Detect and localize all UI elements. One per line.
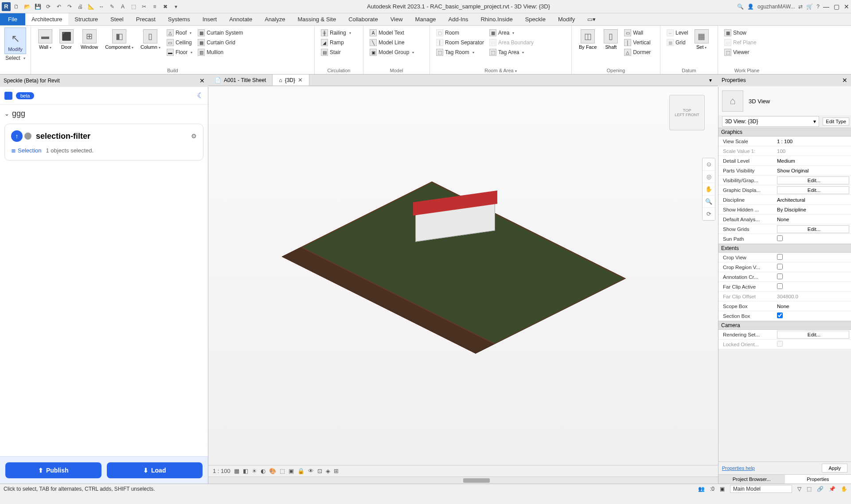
load-button[interactable]: ⬇ Load — [107, 462, 203, 478]
qat-sync-icon[interactable]: ⟳ — [44, 3, 52, 11]
file-tab[interactable]: File — [0, 13, 25, 25]
vcb-temp-hide-icon[interactable]: 👁 — [308, 468, 314, 474]
component-button[interactable]: ◧Component — [102, 27, 136, 57]
qat-tag-icon[interactable]: ✎ — [108, 3, 116, 11]
minimize-icon[interactable]: — — [823, 3, 829, 10]
curtain-grid-button[interactable]: ▦Curtain Grid — [196, 38, 245, 47]
crop-region-checkbox[interactable] — [775, 264, 851, 270]
stair-button[interactable]: ▤Stair — [319, 48, 359, 57]
search-icon[interactable]: 🔍 — [737, 4, 744, 10]
show-grids-edit-button[interactable]: Edit... — [777, 225, 849, 233]
signin-icon[interactable]: 👤 — [747, 4, 754, 10]
close-icon[interactable]: ✕ — [844, 3, 849, 10]
vcb-constraint-icon[interactable]: ⊞ — [334, 468, 339, 474]
nav-home-icon[interactable]: ⊙ — [703, 158, 715, 171]
curtain-system-button[interactable]: ▦Curtain System — [196, 28, 245, 37]
view-instance-combo[interactable]: 3D View: {3D}▾ — [722, 116, 819, 127]
qat-measure-icon[interactable]: 📐 — [87, 3, 95, 11]
status-model-icon[interactable]: ▣ — [720, 486, 725, 492]
crop-view-checkbox[interactable] — [775, 254, 851, 261]
wall-button[interactable]: ▬Wall — [35, 27, 55, 57]
mullion-button[interactable]: ▥Mullion — [196, 48, 245, 57]
project-browser-tab[interactable]: Project Browser... — [718, 474, 785, 484]
nav-pan-icon[interactable]: ✋ — [703, 183, 715, 195]
model-text-button[interactable]: AModel Text — [368, 28, 425, 37]
ceiling-button[interactable]: ▭Ceiling — [165, 38, 194, 47]
qat-close-icon[interactable]: ✖ — [161, 3, 169, 11]
column-button[interactable]: ▯Column — [138, 27, 163, 57]
tab-manage[interactable]: Manage — [409, 13, 442, 25]
horizontal-scrollbar[interactable] — [208, 477, 718, 484]
status-drag-icon[interactable]: ✋ — [841, 486, 847, 492]
doctab-close-icon[interactable]: ✕ — [298, 77, 303, 83]
window-button[interactable]: ⊞Window — [78, 27, 101, 57]
speckle-close-icon[interactable]: ✕ — [199, 77, 205, 84]
modify-button[interactable]: ↖ Modify — [4, 27, 26, 54]
show-button[interactable]: ▦Show — [722, 28, 771, 37]
graphic-display-edit-button[interactable]: Edit... — [777, 186, 849, 194]
qat-dropdown-icon[interactable]: ▾ — [172, 3, 180, 11]
cart-icon[interactable]: 🛒 — [806, 4, 813, 10]
sun-path-checkbox[interactable] — [775, 235, 851, 242]
set-button[interactable]: ▦Set — [692, 27, 711, 51]
model-group-button[interactable]: ▣Model Group — [368, 48, 425, 57]
project-header[interactable]: ⌄ ggg — [4, 109, 203, 118]
scope-box-value[interactable]: None — [775, 304, 851, 309]
tab-architecture[interactable]: Architecture — [25, 13, 68, 25]
3d-canvas[interactable]: TOP LEFT FRONT ⊙ ◎ ✋ 🔍 ⟳ — [208, 87, 718, 465]
section-box-checkbox[interactable] — [775, 313, 851, 319]
upload-icon[interactable]: ↑ — [11, 130, 23, 142]
ribbon-collapse-icon[interactable]: ▭▾ — [581, 13, 602, 25]
vcb-shadow-icon[interactable]: ◐ — [261, 468, 265, 474]
vis-graphics-edit-button[interactable]: Edit... — [777, 176, 849, 184]
nav-wheel-icon[interactable]: ◎ — [703, 171, 715, 183]
tab-rhino-inside[interactable]: Rhino.Inside — [474, 13, 519, 25]
vcb-detail-icon[interactable]: ▦ — [234, 468, 239, 474]
shaft-button[interactable]: ▯Shaft — [601, 27, 621, 57]
status-filter-icon[interactable]: ▽ — [797, 486, 801, 492]
qat-open-icon[interactable]: 📂 — [23, 3, 31, 11]
nav-orbit-icon[interactable]: ⟳ — [703, 208, 715, 220]
parts-visibility-value[interactable]: Show Original — [775, 168, 851, 173]
properties-close-icon[interactable]: ✕ — [842, 77, 847, 84]
app-exchange-icon[interactable]: ⇄ — [798, 4, 803, 10]
doctab-dropdown-icon[interactable]: ▾ — [703, 74, 718, 86]
view-cube[interactable]: TOP LEFT FRONT — [669, 95, 705, 130]
status-links-icon[interactable]: 🔗 — [817, 486, 824, 492]
vcb-crop-icon[interactable]: ⬚ — [280, 468, 285, 474]
model-line-button[interactable]: ╲Model Line — [368, 38, 425, 47]
scrollbar-thumb[interactable] — [463, 478, 490, 483]
tab-annotate[interactable]: Annotate — [223, 13, 258, 25]
properties-help-link[interactable]: Properties help — [722, 465, 755, 471]
room-area-group-label[interactable]: Room & Area — [430, 68, 571, 73]
area-button[interactable]: ▦Area — [488, 28, 535, 37]
properties-tab[interactable]: Properties — [785, 474, 851, 484]
view-scale-value[interactable]: 1 : 100 — [775, 139, 851, 144]
tab-collaborate[interactable]: Collaborate — [342, 13, 384, 25]
edit-type-button[interactable]: Edit Type — [823, 117, 849, 125]
vcb-sun-icon[interactable]: ☀ — [252, 468, 257, 474]
qat-text-icon[interactable]: A — [119, 3, 127, 11]
annotation-crop-checkbox[interactable] — [775, 273, 851, 280]
selection-filter-label[interactable]: ≣ Selection — [11, 147, 41, 154]
select-dropdown[interactable]: Select — [4, 54, 26, 62]
vertical-button[interactable]: │Vertical — [622, 38, 652, 47]
qat-redo-icon[interactable]: ↷ — [66, 3, 74, 11]
ramp-button[interactable]: ◢Ramp — [319, 38, 359, 47]
design-option-combo[interactable]: Main Model — [730, 485, 792, 493]
user-name[interactable]: oguzhanMAW... — [757, 4, 795, 10]
status-pin-icon[interactable]: 📌 — [829, 486, 835, 492]
qat-undo-icon[interactable]: ↶ — [55, 3, 63, 11]
tab-insert[interactable]: Insert — [196, 13, 223, 25]
railing-button[interactable]: ╫Railing — [319, 28, 359, 37]
doctab-sheet[interactable]: 📄 A001 - Title Sheet — [208, 74, 273, 86]
vcb-crop-region-icon[interactable]: ▣ — [289, 468, 294, 474]
dark-mode-icon[interactable]: ☾ — [197, 91, 203, 100]
type-selector[interactable]: ⌂ 3D View — [718, 87, 851, 115]
status-select-icon[interactable]: ⬚ — [807, 486, 812, 492]
tag-room-button[interactable]: ⬚Tag Room — [434, 48, 486, 57]
default-analysis-value[interactable]: None — [775, 217, 851, 222]
tab-structure[interactable]: Structure — [68, 13, 104, 25]
qat-section-icon[interactable]: ✂ — [140, 3, 148, 11]
publish-button[interactable]: ⬆ Publish — [5, 462, 101, 478]
